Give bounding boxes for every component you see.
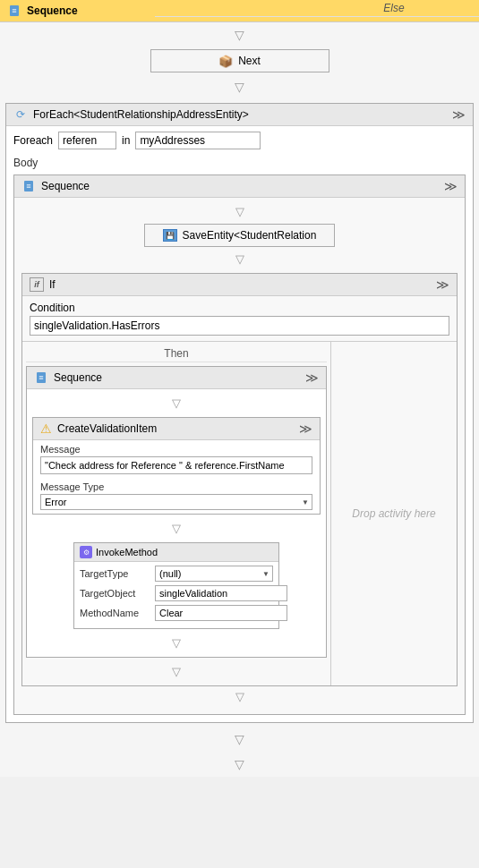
- save-entity-label: SaveEntity<StudentRelation: [183, 229, 317, 242]
- method-name-row: MethodName: [80, 605, 273, 621]
- target-object-input[interactable]: [155, 585, 287, 601]
- else-label: Else: [155, 0, 480, 17]
- target-type-select-wrapper: (null): [155, 566, 273, 582]
- invoke-title: InvokeMethod: [96, 547, 158, 557]
- arrow-bottom: [0, 727, 479, 752]
- inner-seq-title: Sequence: [54, 371, 102, 384]
- method-name-input[interactable]: [155, 605, 287, 621]
- inner-seq-icon: ≡: [34, 370, 48, 385]
- inner-seq-header: ≡ Sequence ≫: [27, 367, 326, 389]
- outer-seq-title: Sequence: [41, 180, 90, 192]
- create-val-header-left: ⚠ CreateValidationItem: [40, 421, 157, 436]
- if-icon: if: [30, 277, 44, 292]
- foreach-container: ⟳ ForEach<StudentRelationshipAddressEnti…: [5, 103, 474, 723]
- arrow-after-invoke: ▽: [32, 633, 321, 653]
- inner-seq-body: ▽ ⚠ CreateValidationItem: [27, 389, 326, 657]
- message-type-row: Error Warning Info: [40, 494, 312, 510]
- foreach-header: ⟳ ForEach<StudentRelationshipAddressEnti…: [6, 104, 473, 126]
- then-section: Then ≡ Sequence: [22, 342, 331, 685]
- inner-sequence-container: ≡ Sequence ≫ ▽: [26, 366, 327, 658]
- main-container: ≡ Sequence 📦 Next ⟳ ForEach<StudentRelat…: [0, 0, 479, 777]
- save-entity-icon: 💾: [163, 228, 177, 243]
- invoke-method-block: ⚙ InvokeMethod TargetType: [73, 542, 279, 629]
- next-activity-block: 📦 Next: [0, 49, 479, 72]
- save-entity-button[interactable]: 💾 SaveEntity<StudentRelation: [144, 224, 336, 247]
- arrow-after-next: [0, 74, 479, 99]
- arrow-top: [0, 22, 479, 47]
- arrow-after-save: ▽: [21, 249, 458, 269]
- if-header-left: if If: [30, 277, 56, 292]
- message-label: Message: [33, 440, 320, 456]
- next-button[interactable]: 📦 Next: [150, 49, 329, 72]
- target-type-label: TargetType: [80, 568, 151, 579]
- foreach-in-label: in: [122, 134, 130, 147]
- arrow-after-create-val: ▽: [32, 518, 321, 539]
- method-name-label: MethodName: [80, 608, 151, 618]
- outer-seq-icon: ≡: [21, 179, 36, 193]
- sequence-icon: ≡: [7, 4, 21, 18]
- body-label: Body: [6, 155, 473, 171]
- outer-sequence-inner: ▽ 💾 SaveEntity<StudentRelation ▽: [14, 198, 465, 714]
- if-container: if If ≫ Condition Then: [21, 273, 458, 686]
- message-type-label: Message Type: [33, 478, 320, 494]
- invoke-icon: ⚙: [80, 546, 92, 558]
- arrow-inner-top: ▽: [32, 393, 321, 413]
- foreach-title: ForEach<StudentRelationshipAddressEntity…: [33, 108, 249, 121]
- target-type-select[interactable]: (null): [155, 566, 273, 582]
- message-type-select[interactable]: Error Warning Info: [40, 494, 312, 510]
- target-object-label: TargetObject: [80, 588, 151, 599]
- foreach-fields: Foreach in: [6, 126, 473, 155]
- inner-seq-collapse-btn[interactable]: ≫: [305, 370, 319, 385]
- target-type-row: TargetType (null): [80, 566, 273, 582]
- condition-section: Condition: [22, 296, 457, 341]
- if-header: if If ≫: [22, 274, 457, 296]
- if-title: If: [49, 278, 56, 291]
- target-object-row: TargetObject: [80, 585, 273, 601]
- invoke-header: ⚙ InvokeMethod: [74, 543, 278, 562]
- outer-seq-header-left: ≡ Sequence: [21, 179, 90, 193]
- outer-seq-collapse-btn[interactable]: ≫: [444, 179, 458, 193]
- drop-zone-label: Drop activity here: [352, 507, 435, 520]
- next-icon: 📦: [218, 54, 233, 68]
- condition-label: Condition: [30, 302, 449, 314]
- warning-icon: ⚠: [40, 421, 52, 436]
- invoke-method-wrapper: ⚙ InvokeMethod TargetType: [32, 539, 321, 633]
- if-collapse-btn[interactable]: ≫: [436, 277, 449, 292]
- create-validation-block: ⚠ CreateValidationItem ≫ Message: [32, 417, 321, 515]
- then-else-row: Then ≡ Sequence: [22, 341, 457, 685]
- foreach-variable-input[interactable]: [58, 132, 116, 149]
- title-bar-label: Sequence: [27, 4, 78, 17]
- body-content: ≡ Sequence ≫ ▽ 💾: [6, 171, 473, 722]
- create-validation-header: ⚠ CreateValidationItem ≫: [33, 418, 320, 440]
- next-label: Next: [238, 55, 261, 67]
- foreach-label: Foreach: [13, 134, 53, 147]
- else-section: Else Drop activity here: [331, 342, 457, 685]
- outer-sequence-container: ≡ Sequence ≫ ▽ 💾: [13, 174, 466, 715]
- arrow-seq-top: ▽: [21, 201, 458, 222]
- foreach-header-left: ⟳ ForEach<StudentRelationshipAddressEnti…: [13, 107, 249, 122]
- create-validation-title: CreateValidationItem: [57, 422, 157, 435]
- foreach-icon: ⟳: [13, 107, 28, 122]
- save-entity-block: 💾 SaveEntity<StudentRelation: [21, 224, 458, 247]
- arrow-final: [0, 752, 479, 777]
- invoke-fields: TargetType (null): [74, 562, 278, 628]
- message-input[interactable]: [40, 456, 312, 474]
- create-val-collapse-btn[interactable]: ≫: [299, 421, 312, 436]
- outer-sequence-header: ≡ Sequence ≫: [14, 175, 465, 198]
- message-type-select-wrapper: Error Warning Info: [40, 494, 312, 510]
- foreach-collapse-btn[interactable]: ≫: [452, 107, 466, 122]
- foreach-collection-input[interactable]: [135, 132, 261, 149]
- then-label: Then: [26, 345, 327, 362]
- arrow-bottom-outer-seq: ▽: [21, 686, 458, 707]
- arrow-bottom-then: ▽: [26, 661, 327, 682]
- inner-seq-header-left: ≡ Sequence: [34, 370, 102, 385]
- create-val-body: Message Message Type Error: [33, 440, 320, 510]
- condition-input[interactable]: [30, 316, 449, 336]
